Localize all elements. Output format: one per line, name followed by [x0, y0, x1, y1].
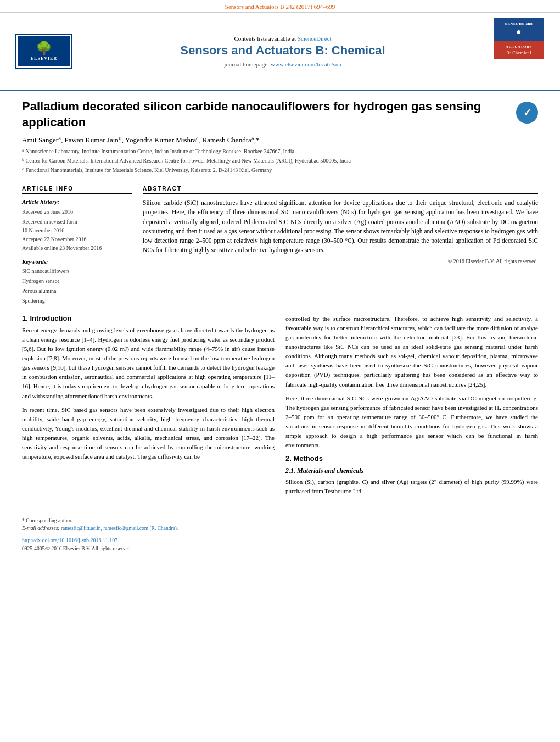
info-abstract-section: ARTICLE INFO Article history: Received 2…: [22, 186, 538, 306]
journal-header: 🌳 ELSEVIER Contents lists available at S…: [0, 13, 560, 91]
copyright-note: © 2016 Elsevier B.V. All rights reserved…: [143, 258, 538, 264]
abstract-col: ABSTRACT Silicon carbide (SiC) nanostruc…: [143, 186, 538, 306]
abstract-text: Silicon carbide (SiC) nanostructures hav…: [143, 198, 538, 255]
introduction-body: Recent energy demands and growing levels…: [22, 326, 275, 461]
methods-sub-heading: 2.1. Materials and chemicals: [285, 467, 538, 475]
corresponding-note: * Corresponding author.: [22, 517, 538, 525]
keywords-list: SiC nanocauliflowers Hydrogen sensor Por…: [22, 266, 132, 306]
journal-name: Sensors and Actuators B: Chemical: [77, 43, 489, 58]
tree-icon: 🌳: [36, 42, 52, 55]
sciencedirect-link[interactable]: ScienceDirect: [298, 35, 332, 42]
article-footer: * Corresponding author. E-mail addresses…: [0, 509, 560, 556]
authors-line: Amit Sangerᵃ, Pawan Kumar Jainᵇ, Yogendr…: [22, 136, 538, 144]
homepage-link[interactable]: www.elsevier.com/locate/snb: [271, 61, 341, 68]
doi-link[interactable]: http://dx.doi.org/10.1016/j.snb.2016.11.…: [22, 537, 117, 543]
methods-heading: 2. Methods: [285, 454, 538, 462]
email-link[interactable]: ramesfic@iitr.ac.in, ramesfic@gmail.com …: [61, 526, 178, 531]
affiliation-b: ᵇ Center for Carbon Materials, Internati…: [22, 157, 538, 165]
email-line: E-mail addresses: ramesfic@iitr.ac.in, r…: [22, 525, 538, 532]
author-names: Amit Sangerᵃ, Pawan Kumar Jainᵇ, Yogendr…: [22, 136, 260, 144]
article-info-col: ARTICLE INFO Article history: Received 2…: [22, 186, 132, 306]
contents-available: Contents lists available at ScienceDirec…: [77, 35, 489, 42]
crossmark-icon: ✓: [516, 102, 538, 124]
body-content: 1. Introduction Recent energy demands an…: [0, 306, 560, 506]
right-body-text: controlled by the surface microstructure…: [285, 314, 538, 450]
journal-title-area: Contents lists available at ScienceDirec…: [77, 35, 489, 68]
affiliation-a: ᵃ Nanoscience Laboratory, Institute Inst…: [22, 147, 538, 155]
doi-area: http://dx.doi.org/10.1016/j.snb.2016.11.…: [22, 535, 538, 544]
affiliation-c: ᶜ Functional Nanomaterials, Institute fo…: [22, 166, 538, 174]
journal-homepage: journal homepage: www.elsevier.com/locat…: [77, 61, 489, 68]
badge-top-text: SENSORS and ●: [494, 18, 544, 41]
journal-citation: Sensors and Actuators B 242 (2017) 694–6…: [0, 0, 560, 13]
right-para-2: Here, three dimensional SiC NCs were gro…: [285, 394, 538, 450]
contents-text: Contents lists available at: [234, 35, 296, 42]
divider: [22, 180, 538, 180]
body-left-col: 1. Introduction Recent energy demands an…: [22, 314, 275, 500]
footer-divider: [22, 514, 538, 514]
affiliations: ᵃ Nanoscience Laboratory, Institute Inst…: [22, 147, 538, 174]
article-header: Palladium decorated silicon carbide nano…: [0, 91, 560, 306]
elsevier-label: ELSEVIER: [31, 56, 57, 61]
introduction-heading: 1. Introduction: [22, 314, 275, 322]
copyright-footer: 0925-4005/© 2016 Elsevier B.V. All right…: [22, 546, 538, 551]
article-title: Palladium decorated silicon carbide nano…: [22, 99, 511, 130]
methods-text: Silicon (Si), carbon (graphite, C) and s…: [285, 477, 538, 496]
svg-text:✓: ✓: [523, 107, 531, 118]
keywords-label: Keywords:: [22, 258, 132, 265]
badge-bot-text: ACTUATORS B: Chemical: [494, 41, 544, 59]
intro-para-1: Recent energy demands and growing levels…: [22, 326, 275, 400]
sensors-actuators-badge: SENSORS and ● ACTUATORS B: Chemical: [494, 18, 544, 84]
elsevier-logo: 🌳 ELSEVIER: [16, 35, 71, 68]
history-label: Article history:: [22, 198, 132, 205]
elsevier-logo-area: 🌳 ELSEVIER: [11, 35, 77, 68]
sensors-badge-area: SENSORS and ● ACTUATORS B: Chemical: [489, 18, 549, 84]
intro-para-2: In recent time, SiC based gas sensors ha…: [22, 405, 275, 461]
right-para-1: controlled by the surface microstructure…: [285, 314, 538, 389]
abstract-label: ABSTRACT: [143, 186, 538, 194]
body-right-col: controlled by the surface microstructure…: [285, 314, 538, 500]
citation-text: Sensors and Actuators B 242 (2017) 694–6…: [225, 3, 335, 10]
received-date: Received 25 June 2016 Received in revise…: [22, 208, 132, 253]
article-info-label: ARTICLE INFO: [22, 186, 132, 194]
